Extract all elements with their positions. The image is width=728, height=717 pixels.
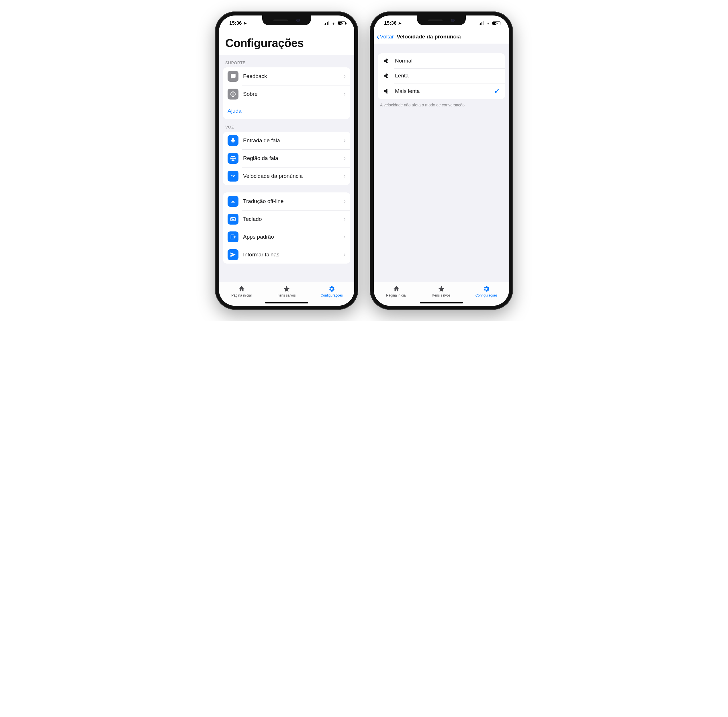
- svg-rect-1: [233, 93, 233, 95]
- chevron-right-icon: ›: [344, 90, 346, 98]
- cellular-icon: [324, 21, 329, 25]
- svg-rect-2: [233, 93, 233, 93]
- nav-title: Velocidade da pronúncia: [397, 34, 461, 40]
- gear-icon: [483, 285, 490, 293]
- notch: [262, 15, 311, 25]
- gear-icon: [328, 285, 335, 293]
- info-icon: [228, 88, 238, 99]
- cellular-icon: [479, 21, 484, 25]
- phone-frame-settings: 15:36 ➤ 43 Configurações SUPORTE Feedbac: [215, 11, 358, 310]
- row-keyboard[interactable]: Teclado ›: [223, 210, 350, 228]
- home-icon: [238, 285, 245, 293]
- row-default-apps[interactable]: Apps padrão ›: [223, 228, 350, 246]
- chevron-right-icon: ›: [344, 198, 346, 205]
- chevron-right-icon: ›: [344, 251, 346, 258]
- row-label: Teclado: [243, 216, 339, 222]
- chevron-left-icon: ‹: [377, 33, 379, 41]
- row-speech-input[interactable]: Entrada de fala ›: [223, 132, 350, 150]
- tab-home[interactable]: Página inicial: [374, 282, 419, 301]
- download-icon: [228, 196, 238, 207]
- check-icon: ✓: [494, 87, 500, 95]
- row-label: Feedback: [243, 73, 339, 79]
- row-help[interactable]: Ajuda: [223, 103, 350, 119]
- row-label: Ajuda: [228, 108, 346, 114]
- row-label: Entrada de fala: [243, 137, 339, 144]
- tab-settings[interactable]: Configurações: [309, 282, 354, 301]
- speaker-icon: [383, 72, 390, 79]
- star-icon: [283, 285, 290, 293]
- globe-icon: [228, 153, 238, 164]
- tab-label: Itens salvos: [432, 293, 450, 297]
- option-slow[interactable]: Lenta: [378, 68, 505, 83]
- speedometer-icon: [228, 171, 238, 182]
- chevron-right-icon: ›: [344, 137, 346, 144]
- wifi-icon: [486, 21, 491, 25]
- general-card: Tradução off-line › Teclado ›: [223, 192, 350, 264]
- chevron-right-icon: ›: [344, 155, 346, 162]
- row-speech-region[interactable]: Região da fala ›: [223, 150, 350, 167]
- speaker-icon: [383, 57, 390, 64]
- chevron-right-icon: ›: [344, 233, 346, 241]
- row-label: Informar falhas: [243, 252, 339, 258]
- row-label: Apps padrão: [243, 234, 339, 240]
- location-icon: ➤: [243, 21, 247, 26]
- battery-icon: 43: [338, 21, 346, 25]
- battery-icon: 43: [492, 21, 500, 25]
- notch: [417, 15, 466, 25]
- row-report-crashes[interactable]: Informar falhas ›: [223, 246, 350, 264]
- row-pronunciation-speed[interactable]: Velocidade da pronúncia ›: [223, 167, 350, 185]
- chevron-right-icon: ›: [344, 73, 346, 80]
- tab-label: Página inicial: [231, 293, 252, 297]
- row-feedback[interactable]: Feedback ›: [223, 67, 350, 85]
- send-icon: [228, 249, 238, 260]
- page-title: Configurações: [219, 31, 354, 55]
- footer-note: A velocidade não afeta o modo de convers…: [374, 99, 509, 111]
- nav-bar: ‹ Voltar Velocidade da pronúncia: [374, 31, 509, 44]
- status-time: 15:36: [229, 20, 242, 26]
- home-indicator[interactable]: [420, 302, 463, 304]
- row-about[interactable]: Sobre ›: [223, 85, 350, 103]
- tab-settings[interactable]: Configurações: [464, 282, 509, 301]
- back-label: Voltar: [380, 34, 394, 40]
- option-label: Mais lenta: [395, 88, 489, 95]
- wifi-icon: [331, 21, 336, 25]
- phone-frame-speed: 15:36 ➤ 43 ‹ Voltar Velocidade da pronún…: [370, 11, 513, 310]
- row-label: Sobre: [243, 91, 339, 97]
- tab-saved[interactable]: Itens salvos: [264, 282, 309, 301]
- star-icon: [438, 285, 445, 293]
- option-slower[interactable]: Mais lenta ✓: [378, 83, 505, 99]
- exit-icon: [228, 232, 238, 243]
- feedback-icon: [228, 71, 238, 82]
- speaker-icon: [383, 88, 390, 95]
- option-label: Lenta: [395, 73, 500, 79]
- option-normal[interactable]: Normal: [378, 53, 505, 68]
- row-label: Tradução off-line: [243, 198, 339, 204]
- keyboard-icon: [228, 214, 238, 224]
- home-indicator[interactable]: [265, 302, 308, 304]
- voice-card: Entrada de fala › Região da fala ›: [223, 132, 350, 185]
- status-time: 15:36: [384, 20, 396, 26]
- chevron-right-icon: ›: [344, 172, 346, 180]
- chevron-right-icon: ›: [344, 215, 346, 223]
- svg-rect-4: [231, 218, 236, 221]
- location-icon: ➤: [398, 21, 402, 26]
- support-card: Feedback › Sobre › Ajuda: [223, 67, 350, 119]
- tab-label: Página inicial: [386, 293, 407, 297]
- back-button[interactable]: ‹ Voltar: [377, 33, 394, 41]
- section-header-voice: VOZ: [219, 119, 354, 132]
- row-label: Velocidade da pronúncia: [243, 173, 339, 179]
- option-label: Normal: [395, 58, 500, 64]
- tab-saved[interactable]: Itens salvos: [419, 282, 464, 301]
- tab-label: Configurações: [475, 293, 498, 297]
- tab-label: Configurações: [321, 293, 343, 297]
- tab-label: Itens salvos: [277, 293, 295, 297]
- home-icon: [393, 285, 400, 293]
- speed-options-card: Normal Lenta Mais lenta ✓: [378, 53, 505, 99]
- row-offline-translation[interactable]: Tradução off-line ›: [223, 192, 350, 210]
- tab-home[interactable]: Página inicial: [219, 282, 264, 301]
- section-header-support: SUPORTE: [219, 55, 354, 67]
- mic-icon: [228, 135, 238, 146]
- row-label: Região da fala: [243, 155, 339, 162]
